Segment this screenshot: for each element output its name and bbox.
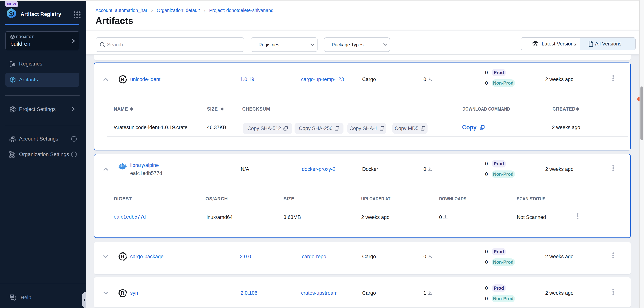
svg-text:R: R bbox=[121, 290, 125, 296]
svg-text:R: R bbox=[121, 254, 125, 259]
svg-text:R: R bbox=[121, 76, 125, 82]
svg-text:?: ? bbox=[11, 294, 13, 298]
